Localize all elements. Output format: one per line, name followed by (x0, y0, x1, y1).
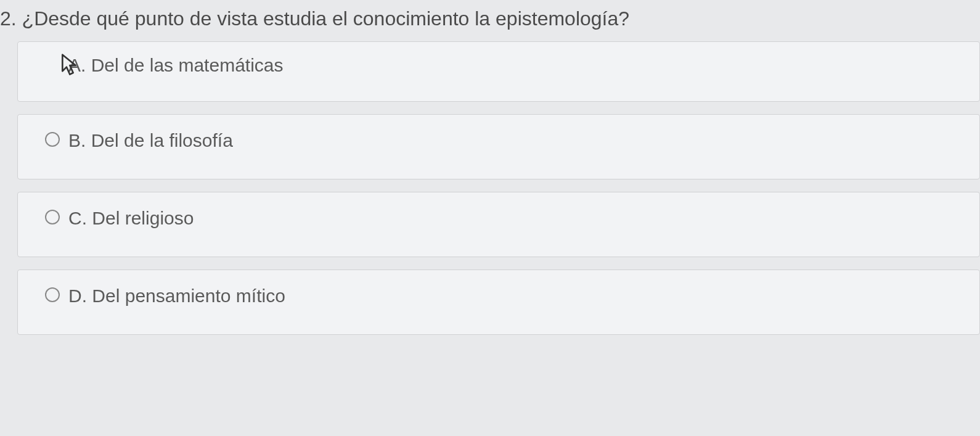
option-letter: C. (68, 208, 87, 228)
radio-icon (45, 210, 60, 224)
option-letter: D. (68, 286, 87, 306)
option-a[interactable]: A. Del de las matemáticas (17, 41, 980, 102)
radio-icon (45, 132, 60, 147)
option-text: Del religioso (92, 208, 194, 228)
option-b[interactable]: B. Del de la filosofía (17, 114, 980, 179)
option-d[interactable]: D. Del pensamiento mítico (17, 269, 980, 335)
question-container: 2. ¿Desde qué punto de vista estudia el … (0, 0, 980, 335)
option-label: B. Del de la filosofía (68, 130, 233, 152)
option-letter: B. (68, 130, 86, 150)
option-c[interactable]: C. Del religioso (17, 192, 980, 257)
option-label: C. Del religioso (68, 207, 194, 229)
question-text: 2. ¿Desde qué punto de vista estudia el … (0, 7, 980, 41)
option-text: Del de las matemáticas (91, 55, 284, 75)
option-label: D. Del pensamiento mítico (68, 285, 285, 307)
question-body: ¿Desde qué punto de vista estudia el con… (22, 7, 630, 30)
option-text: Del pensamiento mítico (92, 286, 285, 306)
option-letter: A. (68, 55, 86, 75)
option-text: Del de la filosofía (91, 130, 233, 150)
option-label: A. Del de las matemáticas (68, 54, 284, 76)
options-list: A. Del de las matemáticas B. Del de la f… (0, 41, 980, 335)
question-number: 2. (0, 7, 17, 30)
radio-icon (45, 287, 60, 302)
